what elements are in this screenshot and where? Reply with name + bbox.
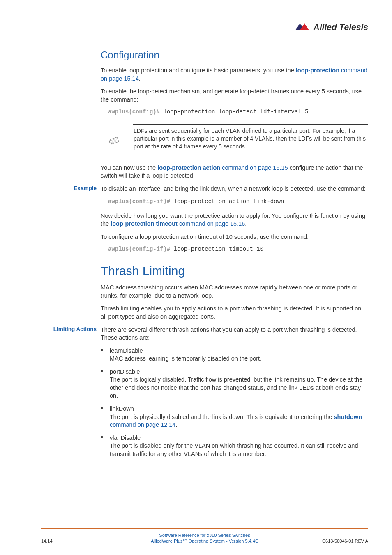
footer-center: Software Reference for x310 Series Switc… <box>99 533 311 543</box>
actions-list: learnDisable MAC address learning is tem… <box>101 347 368 458</box>
paragraph: Now decide how long you want the protect… <box>101 212 368 228</box>
paragraph: To disable an interface, and bring the l… <box>101 185 368 193</box>
cli-command: loop-protection loop-detect ldf-interval… <box>160 109 308 115</box>
brand-text: Allied Telesis <box>314 22 368 32</box>
limiting-actions-label: Limiting Actions <box>41 326 97 332</box>
paragraph: To configure a loop protection action ti… <box>101 233 368 241</box>
example-label: Example <box>41 185 97 191</box>
action-name: learnDisable <box>110 347 143 354</box>
brand-mark-icon <box>295 23 311 31</box>
paragraph: Thrash limiting enables you to apply act… <box>101 305 368 321</box>
action-name: linkDown <box>110 405 134 412</box>
brand-logo: Allied Telesis <box>295 22 368 32</box>
footer-rule <box>41 528 368 529</box>
page: Allied Telesis Configuration To enable l… <box>0 0 392 555</box>
paragraph: MAC address thrashing occurs when MAC ad… <box>101 284 368 300</box>
paragraph: You can now use the loop-protection acti… <box>101 164 368 180</box>
link-loop-protection-timeout-suffix[interactable]: command on page 15.16 <box>178 220 245 227</box>
footer-line1: Software Reference for x310 Series Switc… <box>99 533 311 538</box>
list-item: vlanDisable The port is disabled only fo… <box>101 434 368 458</box>
link-loop-protection[interactable]: loop-protection <box>296 67 339 74</box>
cli-prompt: awplus(config-if)# <box>108 198 170 205</box>
action-desc: The port is physically disabled and the … <box>110 414 334 420</box>
section-thrash-limiting-title: Thrash Limiting <box>101 264 368 278</box>
paragraph: There are several different thrash actio… <box>101 326 368 342</box>
note-text: LDFs are sent sequentially for each VLAN… <box>133 124 368 153</box>
list-item: linkDown The port is physically disabled… <box>101 405 368 429</box>
note: LDFs are sent sequentially for each VLAN… <box>101 124 368 153</box>
action-desc: MAC address learning is temporarily disa… <box>110 355 261 362</box>
code-block: awplus(config-if)# loop-protection timeo… <box>108 246 368 252</box>
link-loop-protection-action-suffix[interactable]: command on page 15.15 <box>220 164 288 171</box>
link-loop-protection-timeout[interactable]: loop-protection timeout <box>111 220 178 227</box>
link-shutdown-suffix[interactable]: command on page 12.14 <box>110 421 175 428</box>
cli-prompt: awplus(config-if)# <box>108 246 170 252</box>
paragraph: To enable the loop-detect mechanism, and… <box>101 88 368 104</box>
content: Configuration To enable loop protection … <box>41 49 368 463</box>
cli-prompt: awplus(config)# <box>108 109 160 115</box>
cli-command: loop-protection action link-down <box>170 198 284 205</box>
section-configuration-title: Configuration <box>101 49 368 61</box>
header: Allied Telesis <box>41 22 368 39</box>
page-number: 14.14 <box>41 539 99 543</box>
action-desc: The port is disabled only for the VLAN o… <box>110 442 358 457</box>
action-name: portDisable <box>110 368 140 375</box>
action-desc: The port is logically disabled. Traffic … <box>110 376 362 399</box>
footer-line2: AlliedWare PlusTM Operating System - Ver… <box>99 538 311 543</box>
footer-rev: C613-50046-01 REV A <box>311 539 368 543</box>
link-shutdown[interactable]: shutdown <box>334 414 362 420</box>
action-name: vlanDisable <box>110 435 141 441</box>
code-block: awplus(config-if)# loop-protection actio… <box>108 198 368 205</box>
paragraph: To enable loop protection and configure … <box>101 67 368 83</box>
footer: 14.14 Software Reference for x310 Series… <box>41 533 368 543</box>
list-item: learnDisable MAC address learning is tem… <box>101 347 368 363</box>
cli-command: loop-protection timeout 10 <box>170 246 263 252</box>
link-loop-protection-action[interactable]: loop-protection action <box>157 164 220 171</box>
note-icon <box>101 132 125 146</box>
list-item: portDisable The port is logically disabl… <box>101 368 368 400</box>
code-block: awplus(config)# loop-protection loop-det… <box>108 109 368 115</box>
